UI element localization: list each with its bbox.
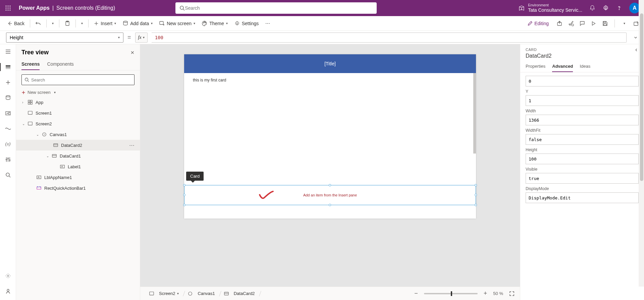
screen-surface[interactable]: [Title] this is my first card Card Add a… [184, 54, 476, 219]
paste-dropdown[interactable]: ▾ [78, 20, 86, 26]
comments-icon[interactable] [579, 20, 586, 27]
notifications-icon[interactable] [589, 5, 596, 11]
resize-handle[interactable] [183, 184, 185, 186]
back-button[interactable]: Back [5, 19, 27, 27]
first-card-label[interactable]: this is my first card [193, 78, 226, 82]
tree-item-rectquick[interactable]: RectQuickActionBar1 [16, 183, 140, 193]
prop-input[interactable] [526, 76, 639, 86]
add-data-button[interactable]: Add data ▾ [120, 19, 155, 27]
panel-scrollbar[interactable] [639, 0, 644, 287]
tree-item-screen2[interactable]: ⌄ Screen2 [16, 118, 140, 129]
prop-input[interactable] [526, 115, 639, 125]
resize-handle[interactable] [329, 184, 331, 186]
tree-item-canvas1[interactable]: ⌄ ? Canvas1 [16, 129, 140, 140]
svg-point-43 [7, 158, 8, 159]
save-icon[interactable] [602, 20, 608, 27]
undo-dropdown[interactable]: ▾ [49, 20, 56, 26]
fx-button[interactable]: fx ▾ [135, 33, 148, 43]
chevron-down-icon[interactable]: ⌄ [36, 133, 40, 136]
chevron-down-icon[interactable]: ⌄ [46, 154, 50, 158]
preview-icon[interactable] [590, 20, 597, 27]
chevron-down-icon[interactable]: ⌄ [22, 122, 26, 126]
save-dropdown[interactable]: ▾ [621, 20, 628, 26]
virtual-agent-rail-icon[interactable] [4, 287, 12, 295]
chevron-right-icon[interactable]: › [22, 101, 26, 104]
prop-input[interactable] [526, 192, 639, 203]
breadcrumb-canvas[interactable]: Canvas1 [184, 290, 220, 298]
media-rail-icon[interactable] [4, 109, 12, 117]
resize-handle[interactable] [475, 184, 477, 186]
tree-new-screen[interactable]: New screen ▾ [16, 88, 140, 97]
data-rail-icon[interactable] [4, 94, 12, 102]
flows-rail-icon[interactable] [4, 125, 12, 133]
tree-search[interactable] [21, 74, 135, 85]
app-launcher-icon[interactable] [4, 4, 12, 12]
breadcrumb-card[interactable]: DataCard2 [220, 290, 260, 298]
canvas-stage[interactable]: [Title] this is my first card Card Add a… [140, 44, 520, 287]
publish-icon[interactable] [633, 20, 639, 27]
search-input[interactable] [185, 5, 373, 11]
tab-components[interactable]: Components [47, 59, 73, 70]
editing-mode[interactable]: Editing [525, 19, 551, 27]
prop-input[interactable] [526, 95, 639, 106]
settings-rail-icon[interactable] [4, 272, 12, 280]
search-rail-icon[interactable] [4, 171, 12, 179]
theme-button[interactable]: Theme ▾ [199, 19, 230, 27]
more-button[interactable]: ⋯ [263, 19, 273, 27]
zoom-thumb[interactable] [451, 291, 452, 296]
share-icon[interactable] [556, 20, 563, 27]
paste-button[interactable] [62, 19, 73, 27]
insert-button[interactable]: Insert ▾ [91, 19, 119, 27]
tab-properties[interactable]: Properties [526, 61, 545, 72]
resize-handle[interactable] [475, 194, 477, 196]
tree-item-lblappname[interactable]: LblAppName1 [16, 172, 140, 183]
product-name[interactable]: Power Apps [19, 5, 50, 11]
hamburger-icon[interactable] [4, 48, 12, 56]
scrollbar-thumb[interactable] [640, 13, 643, 181]
screen-header[interactable]: [Title] [184, 54, 476, 73]
selected-datacard[interactable]: Add an item from the Insert pane [184, 185, 476, 205]
tree-item-screen1[interactable]: Screen1 [16, 108, 140, 118]
undo-button[interactable] [33, 19, 44, 27]
tools-rail-icon[interactable] [4, 156, 12, 164]
tree-item-datacard2[interactable]: DataCard2 ⋯ [16, 140, 140, 151]
breadcrumb-label: Canvas1 [198, 291, 215, 296]
close-icon[interactable]: ✕ [130, 50, 135, 55]
app-checker-icon[interactable] [568, 20, 574, 27]
help-icon[interactable] [616, 5, 623, 11]
settings-gear-icon[interactable] [602, 5, 609, 11]
prop-input[interactable] [526, 154, 639, 164]
expand-panel-icon[interactable] [634, 48, 639, 52]
insert-rail-icon[interactable] [4, 78, 12, 86]
fit-screen-icon[interactable] [509, 291, 515, 296]
formula-input[interactable] [152, 33, 627, 43]
zoom-out-icon[interactable]: − [414, 290, 418, 297]
resize-handle[interactable] [475, 204, 477, 206]
svg-point-47 [7, 275, 9, 277]
resize-handle[interactable] [329, 204, 331, 206]
formula-expand-icon[interactable] [633, 35, 638, 40]
tab-ideas[interactable]: Ideas [580, 61, 590, 72]
prop-input[interactable] [526, 134, 639, 145]
environment-picker[interactable]: Environment Tata Consultancy Servic... [519, 3, 582, 13]
tree-item-datacard1[interactable]: ⌄ DataCard1 [16, 151, 140, 161]
tree-item-app[interactable]: › App [16, 97, 140, 108]
settings-button[interactable]: Settings [232, 19, 262, 27]
tree-view-icon[interactable] [4, 63, 12, 71]
variables-rail-icon[interactable]: (x) [4, 140, 12, 148]
inner-scrollbar[interactable] [473, 73, 476, 154]
more-icon[interactable]: ⋯ [129, 142, 135, 148]
new-screen-button[interactable]: New screen ▾ [157, 19, 198, 27]
resize-handle[interactable] [183, 194, 185, 196]
tab-advanced[interactable]: Advanced [552, 61, 573, 72]
global-search[interactable] [175, 2, 377, 14]
tab-screens[interactable]: Screens [21, 59, 40, 70]
zoom-in-icon[interactable]: + [484, 290, 487, 297]
breadcrumb-screen[interactable]: Screen2 ▾ [146, 290, 184, 298]
zoom-slider[interactable] [424, 293, 478, 294]
tree-search-input[interactable] [31, 77, 131, 82]
property-selector[interactable]: Height ▾ [6, 33, 123, 43]
tree-item-label1[interactable]: Label1 [16, 161, 140, 172]
prop-input[interactable] [526, 173, 639, 184]
resize-handle[interactable] [183, 204, 185, 206]
